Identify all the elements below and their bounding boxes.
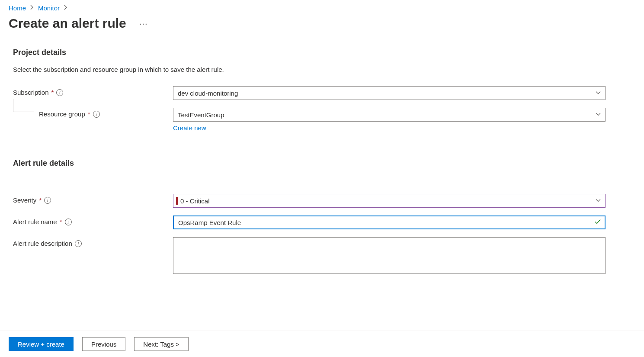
severity-bar-icon <box>176 197 178 205</box>
content: Project details Select the subscription … <box>0 48 644 322</box>
more-actions-icon[interactable]: ··· <box>139 19 148 29</box>
info-icon[interactable]: i <box>75 240 82 247</box>
resource-group-label: Resource group * i <box>13 108 173 118</box>
project-details-description: Select the subscription and resource gro… <box>13 66 631 73</box>
check-icon <box>594 219 601 227</box>
subscription-label-text: Subscription <box>13 89 49 96</box>
alert-rule-name-row: Alert rule name * i <box>13 215 631 229</box>
chevron-right-icon <box>29 5 35 11</box>
alert-rule-description-label: Alert rule description i <box>13 237 173 247</box>
info-icon[interactable]: i <box>93 111 100 118</box>
resource-group-dropdown[interactable]: TestEventGroup <box>173 108 606 122</box>
resource-group-label-text: Resource group <box>39 110 85 118</box>
required-star-icon: * <box>60 218 62 225</box>
indent-line <box>13 99 34 112</box>
resource-group-value: TestEventGroup <box>178 111 224 119</box>
breadcrumb-monitor[interactable]: Monitor <box>38 4 60 12</box>
resource-group-row: Resource group * i TestEventGroup Create… <box>13 108 631 132</box>
alert-rule-name-label-text: Alert rule name <box>13 218 57 225</box>
chevron-down-icon <box>596 90 601 97</box>
breadcrumb-home[interactable]: Home <box>9 4 26 12</box>
subscription-label: Subscription * i <box>13 86 173 96</box>
required-star-icon: * <box>51 89 54 96</box>
required-star-icon: * <box>88 110 90 118</box>
severity-dropdown[interactable]: 0 - Critical <box>173 194 606 208</box>
page-header: Create an alert rule ··· <box>0 12 644 48</box>
severity-label-text: Severity <box>13 196 36 204</box>
alert-rule-name-label: Alert rule name * i <box>13 215 173 225</box>
required-star-icon: * <box>39 196 42 204</box>
alert-rule-description-label-text: Alert rule description <box>13 240 72 247</box>
severity-value: 0 - Critical <box>180 197 210 205</box>
info-icon[interactable]: i <box>44 197 51 204</box>
severity-row: Severity * i 0 - Critical <box>13 194 631 208</box>
alert-rule-details-heading: Alert rule details <box>13 159 631 168</box>
subscription-row: Subscription * i dev cloud-monitoring <box>13 86 631 100</box>
project-details-heading: Project details <box>13 48 631 57</box>
alert-rule-name-input[interactable] <box>173 215 606 229</box>
info-icon[interactable]: i <box>56 89 63 96</box>
breadcrumb: Home Monitor <box>0 0 644 12</box>
subscription-value: dev cloud-monitoring <box>178 90 238 97</box>
alert-rule-description-input[interactable] <box>173 237 606 274</box>
subscription-dropdown[interactable]: dev cloud-monitoring <box>173 86 606 100</box>
chevron-down-icon <box>596 111 601 119</box>
chevron-right-icon <box>63 5 68 11</box>
page-title: Create an alert rule <box>9 16 126 31</box>
severity-label: Severity * i <box>13 194 173 204</box>
create-new-link[interactable]: Create new <box>173 124 206 132</box>
alert-rule-description-row: Alert rule description i <box>13 237 631 275</box>
chevron-down-icon <box>596 197 601 205</box>
info-icon[interactable]: i <box>65 219 72 225</box>
